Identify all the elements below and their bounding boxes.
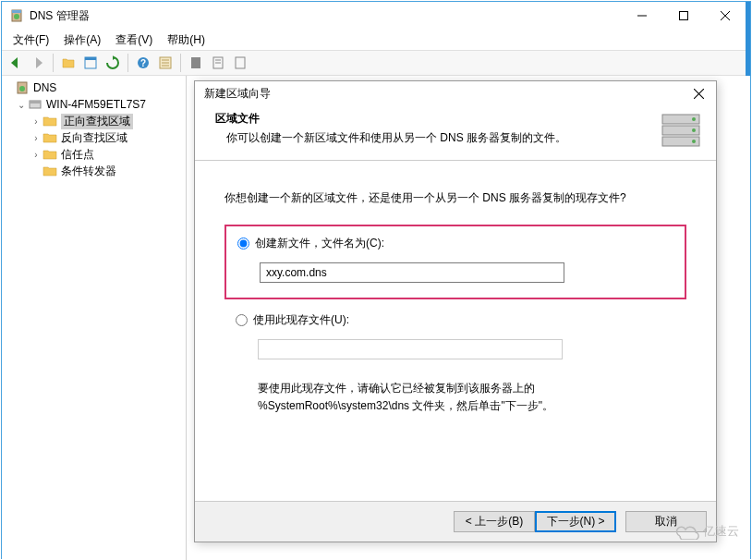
toolbar: ? [2, 50, 750, 76]
menu-view[interactable]: 查看(V) [108, 30, 160, 50]
radio-create-new-input[interactable] [237, 237, 249, 250]
tree-panel: DNS ⌄ WIN-4FM59ETL7S7 › 正向查找区域 › 反向查找区域 … [2, 76, 187, 560]
existing-filename-input [258, 339, 563, 359]
menu-help[interactable]: 帮助(H) [160, 30, 212, 50]
highlight-region: 创建新文件，文件名为(C): [224, 225, 686, 299]
filename-input[interactable] [260, 262, 564, 283]
svg-point-31 [692, 140, 696, 143]
svg-rect-1 [12, 10, 21, 13]
content-panel: 新建区域向导 区域文件 你可以创建一个新区域文件和使用从另一个 DNS 服务器复… [187, 76, 750, 560]
wizard-header-subtitle: 你可以创建一个新区域文件和使用从另一个 DNS 服务器复制的文件。 [215, 130, 657, 146]
folder-icon [42, 164, 57, 177]
menubar: 文件(F) 操作(A) 查看(V) 帮助(H) [2, 30, 750, 50]
wizard-header-title: 区域文件 [215, 111, 657, 127]
back-button[interactable] [6, 53, 26, 73]
radio-use-existing[interactable]: 使用此现存文件(U): [236, 312, 675, 328]
view-button[interactable] [80, 53, 101, 73]
menu-file[interactable]: 文件(F) [6, 30, 56, 50]
minimize-button[interactable] [621, 3, 662, 29]
menu-action[interactable]: 操作(A) [56, 30, 108, 50]
svg-rect-8 [85, 57, 96, 60]
expand-icon[interactable]: › [30, 133, 42, 143]
tool-1[interactable] [186, 53, 206, 73]
svg-rect-4 [679, 12, 687, 20]
tool-3[interactable] [230, 53, 250, 73]
svg-rect-15 [191, 57, 200, 68]
maximize-button[interactable] [662, 3, 704, 29]
tree-item-forward[interactable]: › 正向查找区域 [2, 113, 186, 129]
tree-root[interactable]: DNS [2, 79, 186, 96]
tree-item-reverse[interactable]: › 反向查找区域 [2, 129, 186, 146]
tree-item-trust[interactable]: › 信任点 [2, 146, 186, 163]
forward-button[interactable] [28, 53, 48, 73]
svg-point-2 [14, 14, 19, 19]
app-icon [9, 8, 24, 23]
svg-rect-23 [30, 101, 41, 103]
svg-point-21 [19, 86, 25, 91]
tool-2[interactable] [208, 53, 228, 73]
titlebar: DNS 管理器 [2, 2, 750, 30]
wizard-close-button[interactable] [685, 83, 712, 103]
radio-existing-label: 使用此现存文件(U): [253, 312, 349, 328]
radio-create-new[interactable]: 创建新文件，文件名为(C): [237, 236, 673, 251]
expand-icon[interactable]: ⌄ [15, 100, 28, 110]
properties-button[interactable] [155, 53, 176, 73]
svg-rect-19 [236, 57, 245, 68]
svg-point-30 [692, 128, 696, 132]
folder-icon [42, 131, 57, 144]
wizard-title: 新建区域向导 [204, 86, 685, 102]
folder-icon [42, 148, 57, 161]
watermark: 亿速云 [673, 523, 739, 540]
expand-icon[interactable]: › [30, 150, 42, 160]
radio-create-label: 创建新文件，文件名为(C): [255, 236, 384, 251]
close-button[interactable] [704, 3, 746, 29]
wizard-question: 你想创建一个新的区域文件，还是使用一个从另一个 DNS 服务器复制的现存文件? [224, 190, 686, 206]
help-button[interactable]: ? [133, 53, 153, 73]
tree-server[interactable]: ⌄ WIN-4FM59ETL7S7 [2, 96, 186, 113]
window-title: DNS 管理器 [30, 8, 621, 24]
wizard-note: 要使用此现存文件，请确认它已经被复制到该服务器上的 %SystemRoot%\s… [258, 380, 675, 415]
svg-text:?: ? [140, 58, 146, 68]
refresh-button[interactable] [103, 53, 123, 73]
dns-icon [15, 81, 30, 94]
tree-item-conditional[interactable]: 条件转发器 [2, 163, 186, 179]
radio-existing-input[interactable] [236, 314, 248, 326]
next-button[interactable]: 下一步(N) > [535, 511, 616, 532]
expand-icon[interactable]: › [30, 116, 42, 127]
back-button[interactable]: < 上一步(B) [454, 511, 535, 532]
svg-point-29 [692, 117, 696, 121]
up-button[interactable] [58, 53, 79, 73]
folder-icon [42, 115, 57, 128]
server-stack-icon [657, 111, 705, 155]
server-icon [28, 98, 42, 111]
wizard-dialog: 新建区域向导 区域文件 你可以创建一个新区域文件和使用从另一个 DNS 服务器复… [194, 80, 717, 542]
